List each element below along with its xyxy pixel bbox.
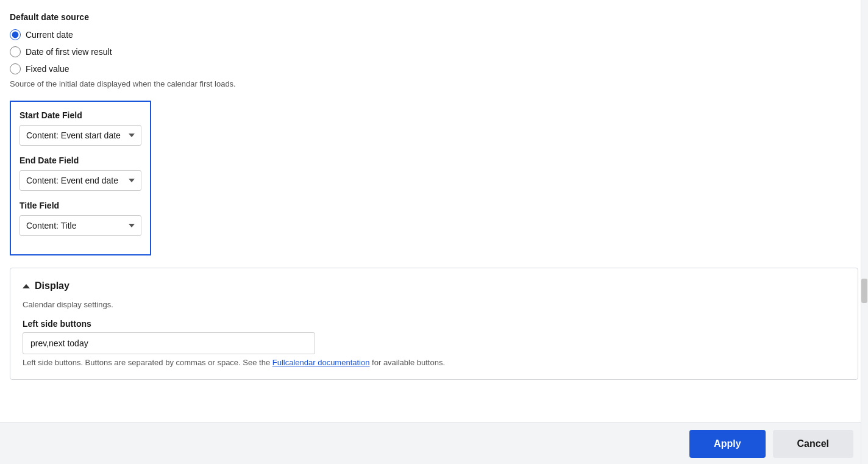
start-date-chevron-icon [129, 134, 135, 137]
radio-fixed-value[interactable]: Fixed value [10, 63, 858, 74]
default-date-source-title: Default date source [10, 12, 858, 22]
title-field-dropdown[interactable]: Content: Title [20, 215, 141, 236]
display-section: Display Calendar display settings. Left … [10, 268, 858, 380]
left-side-buttons-hint: Left side buttons. Buttons are separated… [23, 358, 845, 367]
title-field-value: Content: Title [26, 221, 77, 230]
date-source-hint: Source of the initial date displayed whe… [10, 79, 858, 88]
radio-input-fixed-value[interactable] [10, 63, 21, 74]
start-date-field-value: Content: Event start date [26, 130, 121, 140]
end-date-field-label: End Date Field [20, 155, 141, 165]
scrollbar-thumb[interactable] [861, 279, 867, 303]
scrollbar[interactable] [861, 0, 868, 464]
left-side-buttons-hint-text: Left side buttons. Buttons are separated… [23, 358, 272, 367]
title-field-label: Title Field [20, 201, 141, 210]
footer-bar: Apply Cancel [0, 423, 868, 464]
fullcalendar-docs-link[interactable]: Fullcalendar documentation [272, 358, 370, 367]
end-date-chevron-icon [129, 179, 135, 182]
display-hint: Calendar display settings. [23, 300, 845, 309]
radio-input-current-date[interactable] [10, 29, 21, 40]
end-date-field-value: Content: Event end date [26, 176, 118, 185]
start-date-field-label: Start Date Field [20, 110, 141, 120]
start-date-field-dropdown[interactable]: Content: Event start date [20, 125, 141, 146]
left-side-buttons-input[interactable] [23, 332, 315, 354]
default-date-source-section: Default date source Current date Date of… [10, 12, 858, 88]
start-date-field-section: Start Date Field Content: Event start da… [20, 110, 141, 146]
radio-label-first-view-result: Date of first view result [26, 47, 112, 57]
title-field-section: Title Field Content: Title [20, 201, 141, 236]
radio-label-current-date: Current date [26, 30, 73, 40]
radio-label-fixed-value: Fixed value [26, 64, 69, 74]
radio-current-date[interactable]: Current date [10, 29, 858, 40]
apply-button[interactable]: Apply [689, 430, 765, 458]
cancel-button[interactable]: Cancel [773, 430, 853, 458]
radio-input-first-view-result[interactable] [10, 46, 21, 57]
radio-first-view-result[interactable]: Date of first view result [10, 46, 858, 57]
display-section-title: Display [35, 280, 69, 291]
field-group-box: Start Date Field Content: Event start da… [10, 101, 151, 255]
end-date-field-section: End Date Field Content: Event end date [20, 155, 141, 191]
display-chevron-up-icon[interactable] [23, 284, 30, 288]
radio-group-date-source: Current date Date of first view result F… [10, 29, 858, 74]
title-chevron-icon [129, 224, 135, 227]
main-content: Default date source Current date Date of… [0, 0, 868, 453]
left-side-buttons-hint-end: for available buttons. [372, 358, 445, 367]
left-side-buttons-label: Left side buttons [23, 319, 845, 329]
left-side-buttons-field: Left side buttons Left side buttons. But… [23, 319, 845, 367]
end-date-field-dropdown[interactable]: Content: Event end date [20, 170, 141, 191]
display-section-header: Display [23, 280, 845, 291]
